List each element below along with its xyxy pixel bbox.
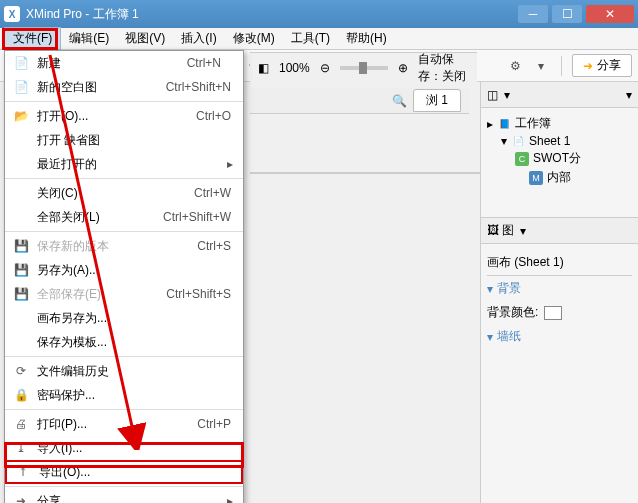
save-icon: 💾 <box>11 263 31 277</box>
tool-icon[interactable]: ⚙ <box>505 56 525 76</box>
properties-panel: 画布 (Sheet 1) ▾背景 背景颜色: ▾墙纸 <box>481 244 638 355</box>
file-icon: 📄 <box>11 56 31 70</box>
menu-password[interactable]: 🔒密码保护... <box>5 383 243 407</box>
section-background[interactable]: ▾背景 <box>487 276 632 301</box>
tab-icon[interactable]: ▾ <box>504 88 510 102</box>
menu-export[interactable]: ⤒导出(O)... <box>5 460 243 484</box>
import-icon: ⤓ <box>11 441 31 455</box>
titlebar: X XMind Pro - 工作簿 1 ─ ☐ ✕ <box>0 0 638 28</box>
sheet-icon: 📄 <box>511 134 525 148</box>
separator <box>561 56 562 76</box>
tree-swot[interactable]: CSWOT分 <box>487 149 632 168</box>
menu-save-all[interactable]: 💾全部保存(E)Ctrl+Shift+S <box>5 282 243 306</box>
menu-import[interactable]: ⤓导入(I)... <box>5 436 243 460</box>
zoom-in-button[interactable]: ⊕ <box>398 61 408 75</box>
menu-insert[interactable]: 插入(I) <box>173 28 224 49</box>
zoom-slider[interactable] <box>340 66 388 70</box>
zoom-out-button[interactable]: ⊖ <box>320 61 330 75</box>
menu-print[interactable]: 🖨打印(P)...Ctrl+P <box>5 412 243 436</box>
menu-edit[interactable]: 编辑(E) <box>61 28 117 49</box>
print-icon: 🖨 <box>11 417 31 431</box>
menu-save-new[interactable]: 💾保存新的版本Ctrl+S <box>5 234 243 258</box>
nav-icon[interactable]: ◧ <box>258 61 269 75</box>
minimize-button[interactable]: ─ <box>518 5 548 23</box>
panel-tabs-2: 🖼 图 ▾ <box>481 218 638 244</box>
chevron-down-icon: ▾ <box>487 330 493 344</box>
app-icon: X <box>4 6 20 22</box>
window-title: XMind Pro - 工作簿 1 <box>26 6 518 23</box>
canvas-tab[interactable]: 浏 1 <box>413 89 461 112</box>
menu-save-template[interactable]: 保存为模板... <box>5 330 243 354</box>
m-badge-icon: M <box>529 171 543 185</box>
tree-root[interactable]: ▸📘工作簿 <box>487 114 632 133</box>
share-button[interactable]: ➜ 分享 <box>572 54 632 77</box>
zoom-level: 100% <box>279 61 310 75</box>
props-title: 画布 (Sheet 1) <box>487 250 632 276</box>
menu-open[interactable]: 📂打开(O)...Ctrl+O <box>5 104 243 128</box>
right-panel: ◫ ▾ ▾ ▸📘工作簿 ▾📄Sheet 1 CSWOT分 M内部 🖼 图 ▾ 画… <box>480 82 638 503</box>
menu-file[interactable]: 文件(F) <box>4 27 61 50</box>
outline-tree: ▸📘工作簿 ▾📄Sheet 1 CSWOT分 M内部 <box>481 108 638 218</box>
book-icon: 📘 <box>497 117 511 131</box>
bg-color-field: 背景颜色: <box>487 301 632 324</box>
menu-help[interactable]: 帮助(H) <box>338 28 395 49</box>
folder-icon: 📂 <box>11 109 31 123</box>
save-icon: 💾 <box>11 239 31 253</box>
export-icon: ⤒ <box>13 465 33 479</box>
menu-close-all[interactable]: 全部关闭(L)Ctrl+Shift+W <box>5 205 243 229</box>
menu-tools[interactable]: 工具(T) <box>283 28 338 49</box>
menu-close[interactable]: 关闭(C)Ctrl+W <box>5 181 243 205</box>
panel-tabs: ◫ ▾ ▾ <box>481 82 638 108</box>
color-picker[interactable] <box>544 306 562 320</box>
autosave-status: 自动保存：关闭 <box>418 51 469 85</box>
chevron-down-icon: ▾ <box>487 282 493 296</box>
statusbar: ◧ 100% ⊖ ⊕ 自动保存：关闭 <box>250 52 477 82</box>
tab-image[interactable]: 🖼 图 <box>487 222 514 239</box>
menu-open-default[interactable]: 打开 缺省图 <box>5 128 243 152</box>
tool-icon[interactable]: ▾ <box>531 56 551 76</box>
menu-modify[interactable]: 修改(M) <box>225 28 283 49</box>
menu-new-blank[interactable]: 📄新的空白图Ctrl+Shift+N <box>5 75 243 99</box>
menu-save-canvas[interactable]: 画布另存为... <box>5 306 243 330</box>
share-icon: ➜ <box>583 59 593 73</box>
tree-sheet[interactable]: ▾📄Sheet 1 <box>487 133 632 149</box>
lock-icon: 🔒 <box>11 388 31 402</box>
menu-save-as[interactable]: 💾另存为(A)... <box>5 258 243 282</box>
menu-share[interactable]: ➜分享▸ <box>5 489 243 503</box>
close-button[interactable]: ✕ <box>586 5 634 23</box>
bg-color-label: 背景颜色: <box>487 304 538 321</box>
tree-internal[interactable]: M内部 <box>487 168 632 187</box>
history-icon: ⟳ <box>11 364 31 378</box>
tab-icon[interactable]: ◫ <box>487 88 498 102</box>
share-label: 分享 <box>597 57 621 74</box>
file-menu-dropdown: 📄新建Ctrl+N 📄新的空白图Ctrl+Shift+N 📂打开(O)...Ct… <box>4 50 244 503</box>
menu-view[interactable]: 视图(V) <box>117 28 173 49</box>
search-icon[interactable]: 🔍 <box>392 94 407 108</box>
share-icon: ➜ <box>11 494 31 503</box>
file-icon: 📄 <box>11 80 31 94</box>
maximize-button[interactable]: ☐ <box>552 5 582 23</box>
menu-new[interactable]: 📄新建Ctrl+N <box>5 51 243 75</box>
tab-icon[interactable]: ▾ <box>520 224 526 238</box>
panel-menu-icon[interactable]: ▾ <box>626 88 632 102</box>
menubar: 文件(F) 编辑(E) 视图(V) 插入(I) 修改(M) 工具(T) 帮助(H… <box>0 28 638 50</box>
menu-recent[interactable]: 最近打开的▸ <box>5 152 243 176</box>
c-badge-icon: C <box>515 152 529 166</box>
menu-edit-history[interactable]: ⟳文件编辑历史 <box>5 359 243 383</box>
save-icon: 💾 <box>11 287 31 301</box>
section-wallpaper[interactable]: ▾墙纸 <box>487 324 632 349</box>
